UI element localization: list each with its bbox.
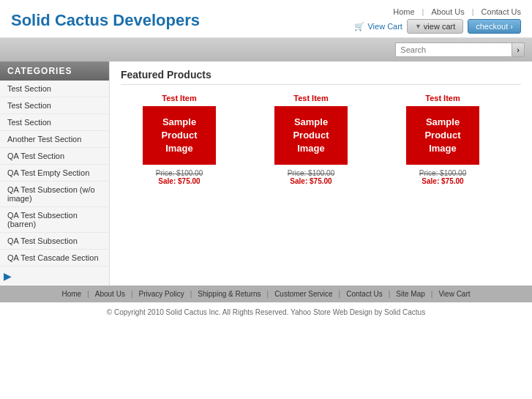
footer-home[interactable]: Home — [61, 290, 81, 298]
sidebar-title: CATEGORIES — [0, 61, 109, 81]
product-item-1: Test Item SampleProductImage Price: $100… — [252, 94, 370, 185]
product-price-1: Price: $100.00 — [288, 169, 335, 177]
nav-sep2: | — [472, 7, 474, 16]
copyright: © Copyright 2010 Solid Cactus Inc. All R… — [0, 302, 532, 322]
sidebar-item-5[interactable]: QA Test Empty Section — [0, 165, 109, 182]
sidebar-item-7[interactable]: QA Test Subsection (barren) — [0, 207, 109, 233]
nav-sep1: | — [422, 7, 424, 16]
product-image-text-2: SampleProductImage — [424, 116, 460, 156]
sidebar-item-9[interactable]: QA Test Cascade Section — [0, 250, 109, 266]
search-button[interactable]: › — [512, 42, 525, 57]
footer-sep1: | — [131, 290, 133, 298]
sidebar-icon[interactable]: ▶ — [4, 270, 12, 282]
product-image-2[interactable]: SampleProductImage — [406, 106, 479, 165]
product-image-0[interactable]: SampleProductImage — [143, 106, 216, 165]
sidebar-item-6[interactable]: QA Test Subsection (w/o image) — [0, 182, 109, 207]
product-image-text-0: SampleProductImage — [161, 116, 197, 156]
sidebar-item-1[interactable]: Test Section — [0, 97, 109, 114]
sidebar-item-2[interactable]: Test Section — [0, 114, 109, 131]
footer-privacy[interactable]: Privacy Policy — [139, 290, 184, 298]
sidebar-item-3[interactable]: Another Test Section — [0, 131, 109, 148]
sidebar-bottom: ▶ — [0, 266, 109, 286]
product-sale-2: Sale: $75.00 — [422, 177, 463, 185]
footer-sep4: | — [339, 290, 341, 298]
view-cart-button[interactable]: ▼ view cart — [407, 19, 463, 34]
cart-button-label: view cart — [424, 22, 455, 31]
footer-nav: Home | About Us | Privacy Policy | Shipp… — [0, 286, 532, 302]
view-cart-link[interactable]: View Cart — [367, 22, 402, 31]
search-input-wrap: › — [395, 42, 525, 57]
nav-contact[interactable]: Contact Us — [482, 7, 521, 16]
search-bar: › — [0, 38, 532, 61]
product-name-0[interactable]: Test Item — [162, 94, 196, 102]
product-name-1[interactable]: Test Item — [293, 94, 328, 102]
copyright-text: © Copyright 2010 Solid Cactus Inc. All R… — [107, 308, 425, 316]
footer-customer[interactable]: Customer Service — [274, 290, 332, 298]
sidebar-item-8[interactable]: QA Test Subsection — [0, 233, 109, 250]
header: Solid Cactus Developers Home | About Us … — [0, 0, 532, 38]
product-sale-0: Sale: $75.00 — [158, 177, 200, 185]
sidebar-item-4[interactable]: QA Test Section — [0, 148, 109, 165]
cart-icon-area[interactable]: 🛒 View Cart — [354, 22, 402, 31]
footer-sitemap[interactable]: Site Map — [396, 290, 424, 298]
content-area: Featured Products Test Item SampleProduc… — [110, 61, 532, 286]
main-layout: CATEGORIES Test Section Test Section Tes… — [0, 61, 532, 286]
product-image-text-1: SampleProductImage — [293, 116, 329, 156]
footer-sep2: | — [190, 290, 192, 298]
nav-about[interactable]: About Us — [431, 7, 464, 16]
product-sale-1: Sale: $75.00 — [290, 177, 331, 185]
footer-shipping[interactable]: Shipping & Returns — [198, 290, 261, 298]
footer-sep6: | — [431, 290, 433, 298]
header-right: Home | About Us | Contact Us 🛒 View Cart… — [354, 7, 521, 34]
checkout-button[interactable]: checkout › — [468, 19, 521, 34]
product-item-2: Test Item SampleProductImage Price: $100… — [384, 94, 501, 185]
cart-icon: 🛒 — [354, 22, 364, 31]
sidebar-item-0[interactable]: Test Section — [0, 81, 109, 97]
products-grid: Test Item SampleProductImage Price: $100… — [121, 94, 521, 185]
featured-products-title: Featured Products — [121, 69, 521, 85]
product-name-2[interactable]: Test Item — [425, 94, 460, 102]
site-title: Solid Cactus Developers — [11, 11, 200, 30]
footer-sep3: | — [267, 290, 269, 298]
product-price-0: Price: $100.00 — [156, 169, 203, 177]
product-image-1[interactable]: SampleProductImage — [274, 106, 348, 165]
footer-sep5: | — [389, 290, 391, 298]
header-nav: Home | About Us | Contact Us — [393, 7, 521, 16]
cart-arrow: ▼ — [415, 23, 422, 30]
sidebar: CATEGORIES Test Section Test Section Tes… — [0, 61, 110, 286]
footer-viewcart[interactable]: View Cart — [438, 290, 470, 298]
footer-about[interactable]: About Us — [95, 290, 125, 298]
search-input[interactable] — [395, 42, 512, 57]
footer-sep0: | — [87, 290, 89, 298]
cart-row: 🛒 View Cart ▼ view cart checkout › — [354, 19, 521, 34]
footer-contact[interactable]: Contact Us — [346, 290, 382, 298]
nav-home[interactable]: Home — [393, 7, 414, 16]
product-price-2: Price: $100.00 — [419, 169, 467, 177]
product-item-0: Test Item SampleProductImage Price: $100… — [121, 94, 238, 185]
